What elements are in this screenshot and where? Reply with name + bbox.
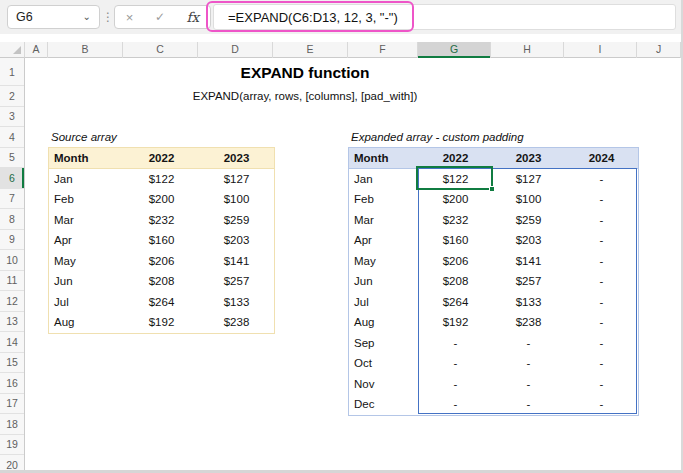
- expanded-table-cell[interactable]: -: [492, 333, 565, 354]
- source-table-cell[interactable]: Feb: [49, 189, 124, 210]
- expanded-table-cell[interactable]: $127: [492, 169, 565, 190]
- expanded-table-cell[interactable]: -: [565, 333, 638, 354]
- source-table-cell[interactable]: $122: [124, 169, 199, 190]
- source-table-header-cell[interactable]: 2022: [124, 148, 199, 168]
- cancel-icon[interactable]: ×: [126, 10, 134, 25]
- column-header-B[interactable]: B: [48, 42, 123, 58]
- expanded-table-cell[interactable]: $257: [492, 271, 565, 292]
- source-table-header-cell[interactable]: Month: [49, 148, 124, 168]
- expanded-table-cell[interactable]: Dec: [349, 394, 419, 415]
- expanded-table-cell[interactable]: -: [492, 374, 565, 395]
- expanded-table-cell[interactable]: $133: [492, 292, 565, 313]
- expanded-table-cell[interactable]: -: [565, 169, 638, 190]
- source-table-cell[interactable]: $232: [124, 210, 199, 231]
- row-header-5[interactable]: 5: [0, 148, 24, 169]
- row-header-6[interactable]: 6: [0, 168, 24, 189]
- expanded-table-cell[interactable]: $100: [492, 189, 565, 210]
- expanded-table-cell[interactable]: -: [565, 292, 638, 313]
- expanded-table-cell[interactable]: -: [565, 312, 638, 333]
- row-header-11[interactable]: 11: [0, 271, 24, 292]
- row-header-14[interactable]: 14: [0, 332, 24, 353]
- row-header-19[interactable]: 19: [0, 435, 24, 456]
- expanded-table-cell[interactable]: -: [492, 394, 565, 415]
- expanded-table-cell[interactable]: Aug: [349, 312, 419, 333]
- source-table-cell[interactable]: $100: [199, 189, 274, 210]
- expanded-table-cell[interactable]: -: [419, 353, 492, 374]
- column-header-G[interactable]: G: [418, 42, 491, 58]
- source-table-cell[interactable]: Jan: [49, 169, 124, 190]
- source-table-cell[interactable]: Jul: [49, 292, 124, 313]
- row-header-20[interactable]: 20: [0, 455, 24, 470]
- source-table-cell[interactable]: May: [49, 251, 124, 272]
- expanded-table-cell[interactable]: -: [565, 230, 638, 251]
- source-table-cell[interactable]: $257: [199, 271, 274, 292]
- expanded-table-cell[interactable]: $208: [419, 271, 492, 292]
- fill-handle[interactable]: [489, 186, 495, 192]
- expanded-table-cell[interactable]: Jul: [349, 292, 419, 313]
- expanded-table-cell[interactable]: $141: [492, 251, 565, 272]
- column-header-H[interactable]: H: [491, 42, 564, 58]
- expanded-table-cell[interactable]: -: [565, 271, 638, 292]
- expanded-table-cell[interactable]: $192: [419, 312, 492, 333]
- expanded-table-cell[interactable]: $206: [419, 251, 492, 272]
- expanded-table-cell[interactable]: -: [565, 189, 638, 210]
- expanded-table-cell[interactable]: -: [419, 374, 492, 395]
- row-header-3[interactable]: 3: [0, 107, 24, 128]
- expanded-table-cell[interactable]: Mar: [349, 210, 419, 231]
- row-header-13[interactable]: 13: [0, 312, 24, 333]
- source-table-cell[interactable]: $208: [124, 271, 199, 292]
- column-header-D[interactable]: D: [198, 42, 273, 58]
- row-header-18[interactable]: 18: [0, 414, 24, 435]
- selected-cell-outline[interactable]: [416, 166, 493, 190]
- source-table-cell[interactable]: $127: [199, 169, 274, 190]
- expanded-table-cell[interactable]: -: [565, 210, 638, 231]
- source-table-cell[interactable]: $264: [124, 292, 199, 313]
- insert-function-icon[interactable]: fx: [187, 9, 200, 25]
- row-header-7[interactable]: 7: [0, 189, 24, 210]
- expanded-table-cell[interactable]: $238: [492, 312, 565, 333]
- column-header-C[interactable]: C: [123, 42, 198, 58]
- row-header-17[interactable]: 17: [0, 394, 24, 415]
- row-header-4[interactable]: 4: [0, 127, 24, 148]
- expanded-table-cell[interactable]: Jan: [349, 169, 419, 190]
- expanded-table-cell[interactable]: Sep: [349, 333, 419, 354]
- expanded-table-cell[interactable]: $200: [419, 189, 492, 210]
- expanded-table-cell[interactable]: -: [565, 394, 638, 415]
- column-header-I[interactable]: I: [564, 42, 637, 58]
- expanded-table-cell[interactable]: Jun: [349, 271, 419, 292]
- enter-icon[interactable]: ✓: [155, 10, 165, 24]
- source-table-cell[interactable]: $259: [199, 210, 274, 231]
- expanded-table-cell[interactable]: Feb: [349, 189, 419, 210]
- source-table-cell[interactable]: $133: [199, 292, 274, 313]
- select-all-button[interactable]: [0, 42, 25, 58]
- column-header-E[interactable]: E: [273, 42, 348, 58]
- row-header-12[interactable]: 12: [0, 291, 24, 312]
- source-table-cell[interactable]: $203: [199, 230, 274, 251]
- source-table-cell[interactable]: $238: [199, 312, 274, 333]
- source-table-cell[interactable]: $206: [124, 251, 199, 272]
- column-header-J[interactable]: J: [637, 42, 681, 58]
- source-table-cell[interactable]: $200: [124, 189, 199, 210]
- row-header-16[interactable]: 16: [0, 373, 24, 394]
- expanded-table-cell[interactable]: $232: [419, 210, 492, 231]
- source-table-cell[interactable]: $192: [124, 312, 199, 333]
- expanded-table-cell[interactable]: -: [419, 333, 492, 354]
- source-table-cell[interactable]: Aug: [49, 312, 124, 333]
- expanded-table-cell[interactable]: Oct: [349, 353, 419, 374]
- source-table-cell[interactable]: $160: [124, 230, 199, 251]
- chevron-down-icon[interactable]: ⌄: [83, 12, 91, 22]
- expanded-table-cell[interactable]: -: [565, 374, 638, 395]
- expanded-table-cell[interactable]: -: [492, 353, 565, 374]
- row-header-9[interactable]: 9: [0, 230, 24, 251]
- expanded-table-cell[interactable]: -: [565, 353, 638, 374]
- source-table-cell[interactable]: Apr: [49, 230, 124, 251]
- expanded-table-cell[interactable]: -: [419, 394, 492, 415]
- column-header-A[interactable]: A: [25, 42, 48, 58]
- row-header-2[interactable]: 2: [0, 86, 24, 107]
- formula-input[interactable]: =EXPAND(C6:D13, 12, 3, "-"): [213, 4, 676, 30]
- expanded-table-header-cell[interactable]: Month: [349, 148, 419, 168]
- expanded-table-cell[interactable]: Apr: [349, 230, 419, 251]
- source-table-cell[interactable]: Jun: [49, 271, 124, 292]
- expanded-table-cell[interactable]: -: [565, 251, 638, 272]
- expanded-table-cell[interactable]: Nov: [349, 374, 419, 395]
